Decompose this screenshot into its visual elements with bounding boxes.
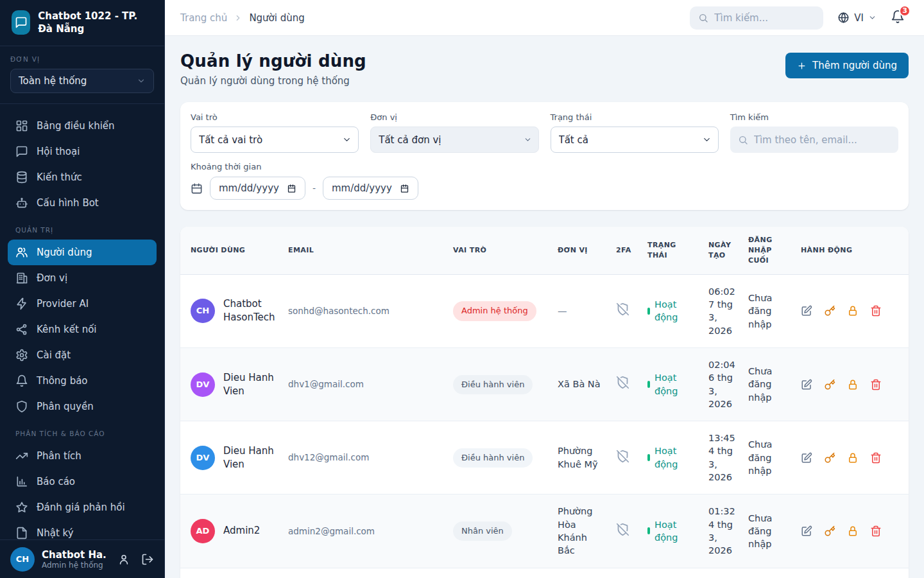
- date-to-input[interactable]: mm/dd/yyyy: [323, 177, 418, 200]
- row-created-date: 09:37 3 thg 3, 2026: [702, 568, 742, 578]
- row-unit: Xã Bà Nà: [551, 348, 610, 421]
- status-dot: [647, 308, 650, 315]
- breadcrumb: Trang chủ Người dùng: [180, 12, 305, 24]
- sidebar-item-conversations[interactable]: Hội thoại: [8, 139, 157, 164]
- user-role: Admin hệ thống: [42, 561, 107, 570]
- sidebar-item-feedback[interactable]: Đánh giá phản hồi: [8, 495, 157, 520]
- user-avatar: CH: [10, 547, 35, 572]
- sidebar-item-units[interactable]: Đơn vị: [8, 265, 157, 291]
- filter-status-label: Trạng thái: [551, 112, 719, 122]
- edit-icon: [801, 452, 812, 464]
- lock-user-button[interactable]: [847, 452, 859, 464]
- row-user-name: Dieu Hanh Vien: [223, 371, 275, 398]
- lock-user-button[interactable]: [847, 379, 859, 390]
- notifications-button[interactable]: 3: [891, 10, 905, 26]
- unit-filter-select[interactable]: Tất cả đơn vị: [370, 127, 538, 153]
- edit-user-button[interactable]: [801, 379, 812, 390]
- user-name: Chatbot Ha...: [42, 549, 107, 561]
- role-badge: Admin hệ thống: [453, 301, 536, 320]
- lock-icon: [847, 525, 859, 537]
- sidebar-item-settings[interactable]: Cài đặt: [8, 342, 157, 368]
- row-avatar: CH: [191, 299, 215, 323]
- column-header: ĐĂNG NHẬP CUỐI: [742, 227, 794, 274]
- global-search-input[interactable]: [714, 12, 815, 24]
- sidebar-item-provider-ai[interactable]: Provider AI: [8, 291, 157, 317]
- edit-user-button[interactable]: [801, 525, 812, 537]
- sidebar-item-permissions[interactable]: Phân quyền: [8, 394, 157, 419]
- status-filter-select[interactable]: Tất cả: [551, 127, 719, 153]
- notification-count-badge: 3: [899, 5, 911, 17]
- lightning-icon: [15, 297, 28, 310]
- date-from-input[interactable]: mm/dd/yyyy: [210, 177, 305, 200]
- role-badge: Điều hành viên: [453, 375, 533, 394]
- row-last-login: Chưa đăng nhập: [742, 495, 794, 568]
- reset-password-button[interactable]: [824, 525, 835, 537]
- unit-section-label: ĐƠN VỊ: [10, 55, 154, 63]
- edit-user-button[interactable]: [801, 305, 812, 317]
- page-header-text: Quản lý người dùng Quản lý người dùng tr…: [180, 51, 366, 87]
- reset-password-button[interactable]: [824, 305, 835, 317]
- row-email: sonhd@hasontech.com: [288, 305, 440, 317]
- status-indicator: Hoạt động: [647, 298, 696, 324]
- calendar-icon: [191, 182, 203, 195]
- delete-user-button[interactable]: [870, 452, 882, 464]
- sidebar-item-dashboard[interactable]: Bảng điều khiển: [8, 113, 157, 139]
- reset-password-button[interactable]: [824, 452, 835, 464]
- language-switcher[interactable]: VI: [837, 12, 877, 24]
- filter-unit-label: Đơn vị: [370, 112, 538, 122]
- edit-user-button[interactable]: [801, 452, 812, 464]
- sidebar-item-knowledge[interactable]: Kiến thức: [8, 164, 157, 190]
- profile-button[interactable]: [117, 553, 130, 566]
- key-icon: [824, 452, 835, 464]
- status-indicator: Hoạt động: [647, 518, 696, 545]
- filter-search: Tìm kiếm: [730, 112, 898, 153]
- building-icon: [15, 272, 28, 285]
- role-badge: Điều hành viên: [453, 448, 533, 468]
- row-email: dhv1@gmail.com: [288, 378, 440, 390]
- lock-user-button[interactable]: [847, 305, 859, 317]
- calendar-picker-icon[interactable]: [400, 184, 409, 193]
- key-icon: [824, 525, 835, 537]
- star-icon: [15, 501, 28, 514]
- lock-user-button[interactable]: [847, 525, 859, 537]
- 2fa-disabled-icon: [616, 450, 629, 463]
- column-header: HÀNH ĐỘNG: [794, 227, 909, 274]
- trash-icon: [870, 379, 882, 390]
- table-body: CHChatbot HasonTechsonhd@hasontech.comAd…: [180, 274, 909, 578]
- sidebar-item-notifications[interactable]: Thông báo: [8, 368, 157, 394]
- role-filter-select[interactable]: Tất cả vai trò: [191, 127, 359, 153]
- add-user-button[interactable]: Thêm người dùng: [785, 53, 909, 78]
- calendar-picker-icon[interactable]: [287, 184, 296, 193]
- breadcrumb-home[interactable]: Trang chủ: [180, 12, 227, 24]
- delete-user-button[interactable]: [870, 379, 882, 390]
- delete-user-button[interactable]: [870, 525, 882, 537]
- table-row: DVDieu Hanh Viendhv1@gmail.comĐiều hành …: [180, 348, 909, 421]
- status-label: Hoạt động: [654, 444, 696, 471]
- sidebar-item-reports[interactable]: Báo cáo: [8, 469, 157, 495]
- sidebar: Chatbot 1022 - TP. Đà Nẵng ĐƠN VỊ Toàn h…: [0, 0, 165, 578]
- sidebar-item-channels[interactable]: Kênh kết nối: [8, 317, 157, 342]
- reset-password-button[interactable]: [824, 379, 835, 390]
- row-actions: [801, 525, 900, 537]
- unit-select[interactable]: Toàn hệ thống: [10, 69, 154, 93]
- sidebar-item-users[interactable]: Người dùng: [8, 240, 157, 265]
- column-header: ĐƠN VỊ: [551, 227, 610, 274]
- table-row: CHChatbot HasonTechsonhd@hasontech.comAd…: [180, 274, 909, 347]
- user-search-input[interactable]: [754, 134, 891, 146]
- date-from-placeholder: mm/dd/yyyy: [219, 182, 279, 194]
- dashboard-icon: [15, 119, 28, 132]
- sidebar-item-bot-config[interactable]: Cấu hình Bot: [8, 190, 157, 216]
- column-header: NGÀY TẠO: [702, 227, 742, 274]
- table-row: ADAdmin2admin2@gmail.comNhân viênPhường …: [180, 495, 909, 568]
- file-icon: [15, 527, 28, 539]
- lock-icon: [847, 452, 859, 464]
- sidebar-item-analytics[interactable]: Phân tích: [8, 443, 157, 469]
- logout-button[interactable]: [141, 553, 154, 566]
- row-avatar: DV: [191, 372, 215, 397]
- role-badge: Nhân viên: [453, 521, 512, 541]
- row-avatar: AD: [191, 519, 215, 543]
- delete-user-button[interactable]: [870, 305, 882, 317]
- status-indicator: Hoạt động: [647, 444, 696, 471]
- row-created-date: 06:02 7 thg 3, 2026: [702, 274, 742, 347]
- sidebar-item-label: Người dùng: [37, 247, 92, 258]
